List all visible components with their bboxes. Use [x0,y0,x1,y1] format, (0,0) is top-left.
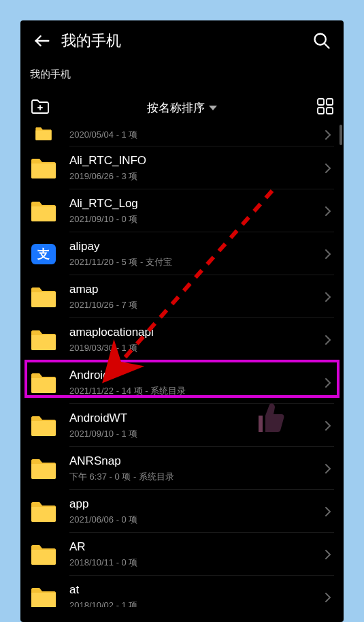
item-name: amap [69,282,322,297]
chevron-right-icon [322,420,334,432]
item-meta: 2021/11/20 - 5 项 - 支付宝 [69,256,322,268]
folder-icon [30,414,57,437]
chevron-right-icon [322,248,334,260]
item-name: app [69,497,322,512]
folder-icon [30,285,57,309]
list-item[interactable]: app2021/06/06 - 0 项 [20,490,344,533]
list-item[interactable]: 支alipay2021/11/20 - 5 项 - 支付宝 [20,232,344,275]
folder-icon [30,328,57,352]
back-button[interactable] [33,31,52,50]
folder-icon [30,586,57,608]
svg-text:支: 支 [37,247,50,261]
item-info: Ali_RTC_INFO2019/06/26 - 3 项 [69,153,322,182]
item-name: ANRSnap [69,454,322,469]
view-grid-button[interactable] [316,97,334,118]
toolbar: 按名称排序 [20,93,344,125]
item-info: AR2018/10/11 - 0 项 [69,540,322,568]
chevron-down-icon [209,106,217,110]
item-name: alipay [69,239,322,254]
item-name: at [69,582,322,597]
folder-icon [30,500,57,523]
svg-rect-5 [318,99,324,105]
list-item[interactable]: Ali_RTC_Log2021/09/10 - 0 项 [20,189,344,232]
folder-icon [30,157,57,180]
chevron-right-icon [322,291,334,303]
chevron-right-icon [322,548,334,561]
sort-label: 按名称排序 [147,100,205,116]
chevron-right-icon [322,463,334,475]
item-info: 2020/05/04 - 1 项 [69,127,322,141]
chevron-right-icon [322,591,334,604]
list-item[interactable]: at2018/10/02 - 1 项 [20,576,344,607]
page-title: 我的手机 [61,31,312,51]
item-meta: 2018/10/02 - 1 项 [69,600,322,607]
header: 我的手机 [20,20,344,61]
item-info: Ali_RTC_Log2021/09/10 - 0 项 [69,196,322,225]
list-item[interactable]: Android2021/11/22 - 14 项 - 系统目录 [20,361,344,404]
svg-rect-6 [327,99,333,105]
phone-frame: 我的手机 我的手机 按名称排序 [20,20,344,622]
alipay-icon: 支 [30,243,57,266]
item-info: amap2021/10/26 - 7 项 [69,282,322,311]
svg-line-2 [325,44,329,48]
list-item[interactable]: ANRSnap下午 6:37 - 0 项 - 系统目录 [20,447,344,490]
item-name: Ali_RTC_INFO [69,153,322,168]
new-folder-button[interactable] [30,97,50,118]
item-name: AR [69,540,322,555]
item-info: app2021/06/06 - 0 项 [69,497,322,525]
chevron-right-icon [322,506,334,518]
list-item[interactable]: amap2021/10/26 - 7 项 [20,275,344,318]
sort-dropdown[interactable]: 按名称排序 [71,100,293,116]
item-info: alipay2021/11/20 - 5 项 - 支付宝 [69,239,322,268]
item-meta: 2020/05/04 - 1 项 [69,129,322,141]
item-name: Ali_RTC_Log [69,196,322,211]
folder-icon [30,371,57,394]
item-name: Android [69,368,322,383]
list-item[interactable]: 2020/05/04 - 1 项 [20,125,344,146]
item-meta: 2021/09/10 - 0 项 [69,213,322,226]
folder-icon [30,543,57,566]
item-info: amaplocationapi2019/03/30 - 1 项 [69,325,322,354]
chevron-right-icon [322,334,334,346]
search-button[interactable] [312,31,331,50]
list-item[interactable]: Ali_RTC_INFO2019/06/26 - 3 项 [20,146,344,189]
chevron-right-icon [322,205,334,217]
folder-icon [30,200,57,223]
chevron-right-icon [322,129,334,141]
item-meta: 2021/06/06 - 0 项 [69,514,322,526]
item-meta: 2019/06/26 - 3 项 [69,170,322,183]
item-name: amaplocationapi [69,325,322,340]
list-item[interactable]: AR2018/10/11 - 0 项 [20,533,344,576]
item-meta: 2021/10/26 - 7 项 [69,299,322,311]
folder-icon [30,126,57,141]
breadcrumb[interactable]: 我的手机 [20,61,344,93]
svg-rect-8 [327,108,333,114]
svg-rect-7 [318,108,324,114]
folder-icon [30,457,57,480]
item-info: at2018/10/02 - 1 项 [69,582,322,607]
item-meta: 2019/03/30 - 1 项 [69,342,322,354]
chevron-right-icon [322,162,334,174]
chevron-right-icon [322,377,334,389]
list-item[interactable]: AndroidWT2021/09/10 - 1 项 [20,404,344,447]
item-meta: 2018/10/11 - 0 项 [69,557,322,569]
item-info: Android2021/11/22 - 14 项 - 系统目录 [69,368,322,396]
list-item[interactable]: amaplocationapi2019/03/30 - 1 项 [20,318,344,361]
file-list[interactable]: 2020/05/04 - 1 项Ali_RTC_INFO2019/06/26 -… [20,125,344,607]
item-meta: 下午 6:37 - 0 项 - 系统目录 [69,471,322,483]
item-meta: 2021/11/22 - 14 项 - 系统目录 [69,385,322,397]
item-info: ANRSnap下午 6:37 - 0 项 - 系统目录 [69,454,322,482]
like-thumb-icon [256,401,286,437]
